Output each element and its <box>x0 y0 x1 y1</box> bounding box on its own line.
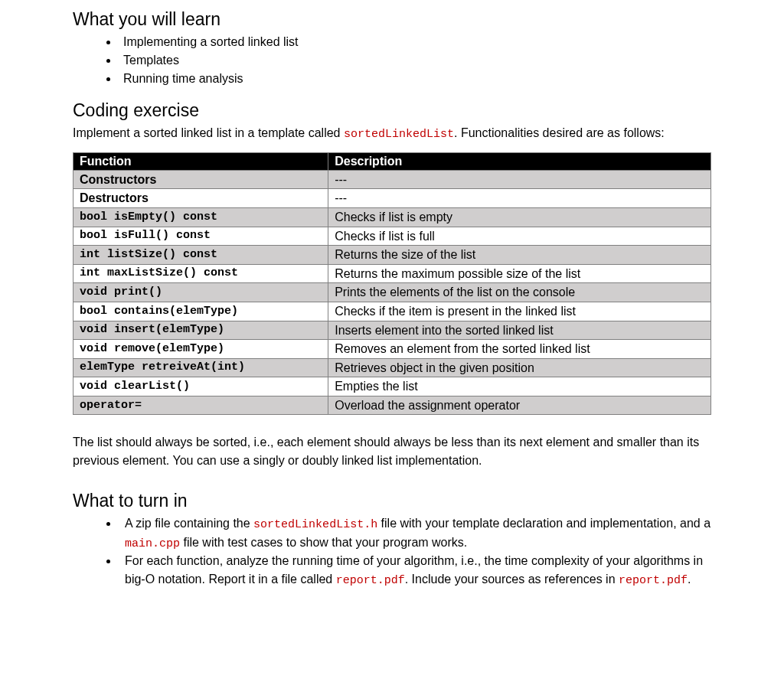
turnin-list: A zip file containing the sortedLinkedLi… <box>119 514 711 589</box>
cell-description: Checks if list is empty <box>328 207 711 227</box>
table-row: Constructors--- <box>74 170 711 189</box>
cell-function: bool isEmpty() const <box>74 207 328 227</box>
code-inline: report.pdf <box>619 574 688 587</box>
cell-function: int maxListSize() const <box>74 264 328 283</box>
table-row: void insert(elemType)Inserts element int… <box>74 321 711 340</box>
cell-function: bool isFull() const <box>74 227 328 246</box>
cell-description: --- <box>328 170 711 189</box>
cell-function: bool contains(elemType) <box>74 302 328 321</box>
cell-description: --- <box>328 189 711 208</box>
cell-description: Prints the elements of the list on the c… <box>328 283 711 302</box>
table-row: void remove(elemType)Removes an element … <box>74 340 711 359</box>
cell-description: Checks if list is full <box>328 227 711 246</box>
function-table: Function Description Constructors---Dest… <box>73 152 711 416</box>
code-inline: sortedLinkedList.h <box>253 518 377 531</box>
table-row: elemType retreiveAt(int)Retrieves object… <box>74 358 711 377</box>
cell-function: int listSize() const <box>74 246 328 265</box>
th-description: Description <box>328 152 711 170</box>
list-item: For each function, analyze the running t… <box>119 552 711 589</box>
list-item: Templates <box>119 51 711 70</box>
table-row: Destructors--- <box>74 189 711 208</box>
text: . <box>688 573 691 586</box>
cell-function: operator= <box>74 396 328 415</box>
list-item: Implementing a sorted linked list <box>119 33 711 51</box>
coding-outro: The list should always be sorted, i.e., … <box>73 433 711 468</box>
text: . Functionalities desired are as follows… <box>454 126 665 139</box>
list-item: Running time analysis <box>119 70 711 88</box>
table-header-row: Function Description <box>74 152 711 170</box>
table-row: bool isEmpty() constChecks if list is em… <box>74 207 711 227</box>
cell-function: void insert(elemType) <box>74 321 328 340</box>
cell-function: void remove(elemType) <box>74 340 328 359</box>
table-row: int listSize() constReturns the size of … <box>74 246 711 265</box>
table-row: bool contains(elemType)Checks if the ite… <box>74 302 711 321</box>
cell-description: Inserts element into the sorted linked l… <box>328 321 711 340</box>
text: . Include your sources as references in <box>405 573 619 586</box>
cell-description: Returns the size of the list <box>328 246 711 265</box>
cell-description: Removes an element from the sorted linke… <box>328 340 711 359</box>
code-inline: report.pdf <box>336 574 405 587</box>
cell-description: Checks if the item is present in the lin… <box>328 302 711 321</box>
table-row: operator=Overload the assignment operato… <box>74 396 711 415</box>
cell-description: Retrieves object in the given position <box>328 358 711 377</box>
text: A zip file containing the <box>125 517 253 530</box>
cell-description: Returns the maximum possible size of the… <box>328 264 711 283</box>
cell-description: Empties the list <box>328 377 711 396</box>
code-inline: sortedLinkedList <box>344 128 454 141</box>
th-function: Function <box>74 152 328 170</box>
cell-function: Constructors <box>74 170 328 189</box>
learn-list: Implementing a sorted linked list Templa… <box>119 33 711 88</box>
table-row: void print()Prints the elements of the l… <box>74 283 711 302</box>
table-row: bool isFull() constChecks if list is ful… <box>74 227 711 246</box>
heading-learn: What you will learn <box>73 9 711 30</box>
heading-turnin: What to turn in <box>73 491 711 511</box>
heading-coding: Coding exercise <box>73 100 711 121</box>
cell-function: elemType retreiveAt(int) <box>74 358 328 377</box>
table-row: void clearList()Empties the list <box>74 377 711 396</box>
cell-function: Destructors <box>74 189 328 208</box>
text: Implement a sorted linked list in a temp… <box>73 126 344 139</box>
coding-intro: Implement a sorted linked list in a temp… <box>73 124 711 143</box>
cell-function: void print() <box>74 283 328 302</box>
text: file with test cases to show that your p… <box>180 536 467 549</box>
list-item: A zip file containing the sortedLinkedLi… <box>119 514 711 553</box>
cell-function: void clearList() <box>74 377 328 396</box>
cell-description: Overload the assignment operator <box>328 396 711 415</box>
code-inline: main.cpp <box>125 537 180 550</box>
table-row: int maxListSize() constReturns the maxim… <box>74 264 711 283</box>
text: file with your template declaration and … <box>377 517 710 530</box>
